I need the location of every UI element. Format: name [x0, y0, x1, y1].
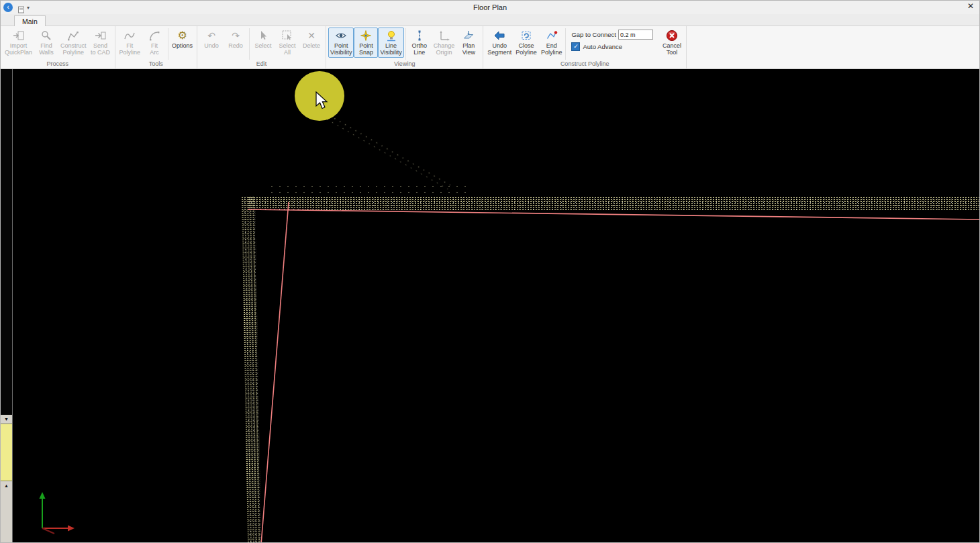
slider-down-arrow-icon[interactable]: ▼	[1, 415, 12, 424]
find-walls-icon	[40, 29, 52, 42]
point-visibility-eye-icon	[335, 29, 347, 42]
undo-segment-arrow-icon	[493, 29, 505, 42]
close-polyline-button[interactable]: Close Polyline	[513, 28, 539, 58]
app-window: ‹ ▾ Floor Plan ✕ Main Import QuickPlan	[0, 0, 980, 543]
plan-view-label: Plan View	[462, 43, 475, 56]
slider-track-top	[1, 69, 12, 415]
select-all-label: Select All	[279, 43, 296, 56]
close-icon[interactable]: ✕	[967, 1, 974, 11]
edit-group-label: Edit	[199, 60, 324, 68]
select-all-button[interactable]: Select All	[275, 28, 299, 58]
group-separator	[168, 28, 168, 60]
ribbon-group-process: Import QuickPlan Find Walls Construct Po…	[1, 26, 115, 68]
redo-button[interactable]: ↷ Redo	[224, 28, 248, 51]
ribbon: Import QuickPlan Find Walls Construct Po…	[1, 26, 979, 69]
viewing-group-label: Viewing	[328, 60, 481, 68]
fit-polyline-label: Fit Polyline	[119, 43, 141, 56]
delete-label: Delete	[303, 43, 320, 50]
send-to-cad-button[interactable]: Send to CAD	[89, 28, 113, 58]
gap-to-connect-label: Gap to Connect	[571, 31, 616, 38]
slider-up-arrow-icon[interactable]: ▲	[1, 481, 12, 490]
group-separator	[249, 28, 250, 60]
line-visibility-bulb-icon	[385, 29, 397, 42]
construct-polyline-label: Construct Polyline	[60, 43, 87, 56]
change-origin-icon	[438, 29, 450, 42]
quick-access-icon[interactable]	[17, 4, 25, 11]
redo-label: Redo	[228, 43, 243, 50]
end-polyline-icon	[546, 29, 558, 42]
redo-icon: ↷	[232, 29, 240, 42]
construct-fields: Gap to Connect Auto Advance	[571, 30, 653, 51]
gap-to-connect-input[interactable]	[618, 30, 653, 40]
ribbon-group-tools: Fit Polyline Fit Arc ⚙ Options Tools	[115, 26, 198, 68]
undo-label: Undo	[204, 43, 219, 50]
find-walls-button[interactable]: Find Walls	[34, 28, 58, 58]
ribbon-group-viewing: Point Visibility Point Snap Line Visibil…	[326, 26, 483, 68]
delete-icon: ✕	[307, 29, 315, 42]
slider-track-bottom	[1, 490, 12, 542]
select-button[interactable]: Select	[251, 28, 275, 51]
options-label: Options	[172, 43, 193, 50]
ortho-line-label: Ortho Line	[412, 43, 428, 56]
change-origin-button[interactable]: Change Origin	[432, 28, 457, 58]
cancel-tool-label: Cancel Tool	[663, 43, 681, 56]
tab-main[interactable]: Main	[14, 15, 46, 26]
axis-indicator	[32, 488, 80, 536]
point-visibility-button[interactable]: Point Visibility	[328, 28, 354, 58]
fit-polyline-button[interactable]: Fit Polyline	[117, 28, 143, 58]
change-origin-label: Change Origin	[434, 43, 455, 56]
construct-polyline-group-label: Construct Polyline	[485, 60, 684, 68]
send-to-cad-icon	[95, 29, 107, 42]
quick-access-caret-icon[interactable]: ▾	[27, 5, 30, 11]
elevation-slider[interactable]: ▼ ▲	[1, 69, 13, 542]
options-gear-icon: ⚙	[177, 29, 187, 42]
floor-plan-canvas[interactable]	[13, 69, 979, 542]
window-title: Floor Plan	[473, 3, 507, 11]
slider-range-thumb[interactable]	[1, 424, 12, 481]
cancel-tool-icon	[666, 29, 678, 42]
fit-arc-label: Fit Arc	[150, 43, 159, 56]
ribbon-group-construct-polyline: Undo Segment Close Polyline End Polyline	[483, 26, 687, 68]
fit-arc-button[interactable]: Fit Arc	[142, 28, 166, 58]
import-quickplan-label: Import QuickPlan	[5, 43, 32, 56]
end-polyline-label: End Polyline	[541, 43, 562, 56]
point-snap-icon	[360, 29, 372, 42]
mouse-cursor-icon	[315, 91, 330, 111]
plan-view-button[interactable]: Plan View	[456, 28, 481, 58]
cancel-tool-button[interactable]: Cancel Tool	[660, 28, 684, 58]
undo-segment-button[interactable]: Undo Segment	[485, 28, 513, 58]
undo-button[interactable]: ↶ Undo	[199, 28, 224, 51]
point-snap-label: Point Snap	[359, 43, 373, 56]
close-polyline-icon	[520, 29, 532, 42]
ortho-line-icon	[413, 29, 426, 42]
process-group-label: Process	[3, 60, 113, 68]
options-button[interactable]: ⚙ Options	[170, 28, 195, 51]
delete-button[interactable]: ✕ Delete	[299, 28, 324, 51]
find-walls-label: Find Walls	[39, 43, 54, 56]
tools-group-label: Tools	[117, 60, 195, 68]
plan-view-icon	[462, 29, 475, 42]
work-area: ▼ ▲	[1, 69, 979, 542]
point-snap-button[interactable]: Point Snap	[354, 28, 378, 58]
end-polyline-button[interactable]: End Polyline	[539, 28, 565, 58]
fit-arc-icon	[148, 29, 160, 42]
undo-icon: ↶	[207, 29, 215, 42]
fit-polyline-icon	[124, 29, 136, 42]
ortho-line-button[interactable]: Ortho Line	[407, 28, 432, 58]
group-separator	[565, 28, 566, 60]
auto-advance-label: Auto Advance	[583, 43, 622, 50]
line-visibility-button[interactable]: Line Visibility	[378, 28, 403, 58]
ribbon-tab-row: Main	[1, 14, 979, 26]
group-separator	[405, 28, 406, 60]
auto-advance-checkbox[interactable]	[571, 42, 580, 51]
construct-polyline-icon	[67, 29, 79, 42]
point-visibility-label: Point Visibility	[330, 43, 352, 56]
select-label: Select	[255, 43, 272, 50]
import-quickplan-icon	[13, 29, 25, 42]
select-all-icon	[281, 29, 293, 42]
import-quickplan-button[interactable]: Import QuickPlan	[3, 28, 34, 58]
close-polyline-label: Close Polyline	[516, 43, 537, 56]
back-button[interactable]: ‹	[3, 3, 13, 12]
construct-polyline-button[interactable]: Construct Polyline	[58, 28, 89, 58]
titlebar: ‹ ▾ Floor Plan ✕	[1, 1, 979, 14]
